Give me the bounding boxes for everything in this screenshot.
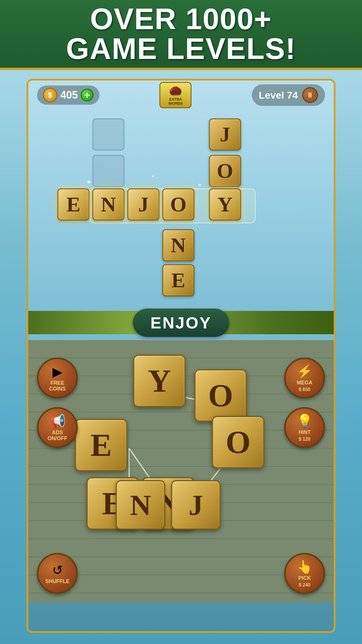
banner-line1: OVER 1000+ <box>90 2 272 36</box>
tile-E-col5: E <box>162 264 194 296</box>
game-panel: $ 405 + 🌰 EXTRAWORDS Level 74 ⏸ J <box>27 79 335 633</box>
hint-label: HINT <box>298 430 311 435</box>
tile-J-top: J <box>209 118 241 150</box>
leaves-bar: ENJOY <box>28 311 334 334</box>
mega-label: MEGA <box>297 380 312 386</box>
hud: $ 405 + 🌰 EXTRAWORDS Level 74 ⏸ <box>28 80 334 110</box>
tile-Y-enjoy: Y <box>209 188 241 220</box>
tile-J-enjoy: J <box>127 188 159 220</box>
level-display: Level 74 ⏸ <box>252 84 325 106</box>
acorn-icon: 🌰 <box>169 85 182 97</box>
tile-E-enjoy: E <box>57 188 89 220</box>
tile-O-enjoy: O <box>162 188 194 220</box>
ads-toggle-button[interactable]: 📢 ADSON/OFF <box>37 407 78 448</box>
add-coins-button[interactable]: + <box>81 89 94 102</box>
current-word-display: ENJOY <box>133 309 229 337</box>
extra-words-button[interactable]: 🌰 EXTRAWORDS <box>159 82 191 108</box>
pick-button[interactable]: 👆 PICK $ 240 <box>284 553 325 594</box>
crossword-area: J O E N J O Y N E <box>28 110 334 314</box>
banner-text: OVER 1000+ GAME LEVELS! <box>66 4 296 64</box>
hint-cost: $ 120 <box>299 437 310 442</box>
ads-icon: 📢 <box>50 414 66 429</box>
lightbulb-icon: 💡 <box>297 413 313 428</box>
big-tile-E-left[interactable]: E <box>75 419 127 471</box>
big-tile-J2[interactable]: J <box>171 480 221 530</box>
mega-button[interactable]: ⚡ MEGA $ 650 <box>284 358 325 398</box>
pick-label: PICK <box>298 575 311 581</box>
shuffle-label: SHUFFLE <box>45 579 70 584</box>
level-text: Level 74 <box>259 90 298 101</box>
sparkle-1 <box>87 180 91 184</box>
shuffle-button[interactable]: ↺ SHUFFLE <box>37 553 78 594</box>
empty-tile-2 <box>92 155 124 187</box>
big-tile-Y[interactable]: Y <box>133 355 186 407</box>
bottom-section: Y O E O E N J N J ▶ FREECOINS 📢 ADSON/OF… <box>28 340 334 603</box>
current-word-text: ENJOY <box>150 314 212 332</box>
coin-count: 405 <box>60 89 78 101</box>
tile-O-col6: O <box>209 155 241 187</box>
pick-cost: $ 240 <box>299 582 310 588</box>
leaves-divider: ENJOY <box>28 305 334 340</box>
coin-display: $ 405 + <box>37 85 99 105</box>
mega-cost: $ 650 <box>299 387 310 392</box>
free-coins-label: FREECOINS <box>49 380 66 392</box>
lightning-icon: ⚡ <box>297 364 313 379</box>
tile-N-col5: N <box>162 229 194 261</box>
ads-label: ADSON/OFF <box>48 430 67 442</box>
play-icon: ▶ <box>52 364 62 379</box>
tile-N-enjoy: N <box>92 188 124 220</box>
big-tile-O-top[interactable]: O <box>194 369 247 422</box>
big-tile-O-right[interactable]: O <box>212 416 264 468</box>
pause-button[interactable]: ⏸ <box>302 87 318 103</box>
top-banner: OVER 1000+ GAME LEVELS! <box>0 0 362 70</box>
empty-tile-1 <box>92 118 124 150</box>
sparkle-2 <box>151 174 154 178</box>
banner-line2: GAME LEVELS! <box>66 32 296 65</box>
coin-icon: $ <box>43 88 57 102</box>
sparkle-3 <box>198 183 202 187</box>
free-coins-button[interactable]: ▶ FREECOINS <box>37 358 78 398</box>
game-wrapper: $ 405 + 🌰 EXTRAWORDS Level 74 ⏸ J <box>0 70 362 644</box>
hint-button[interactable]: 💡 HINT $ 120 <box>284 407 325 448</box>
big-tile-N2[interactable]: N <box>116 480 165 530</box>
pause-icon: ⏸ <box>307 91 314 99</box>
pick-hand-icon: 👆 <box>297 559 313 574</box>
extra-words-label: EXTRAWORDS <box>168 97 183 106</box>
shuffle-icon: ↺ <box>52 563 63 578</box>
